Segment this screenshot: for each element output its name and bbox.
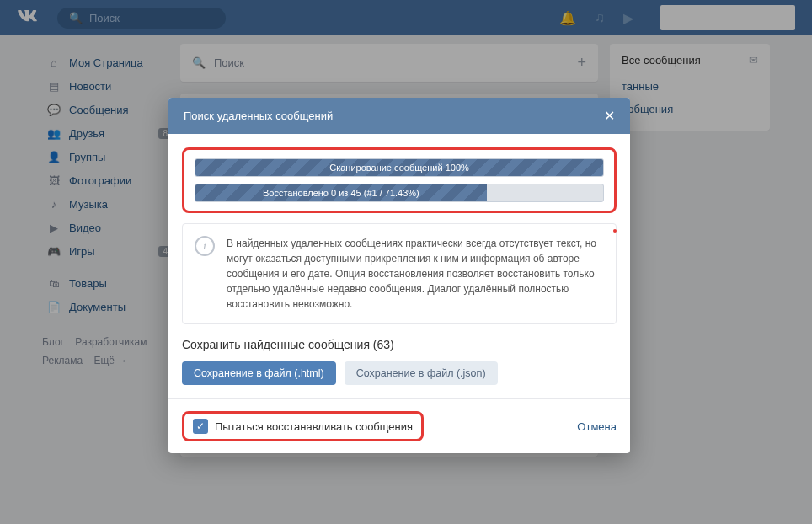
save-buttons: Сохранение в файл (.html) Сохранение в ф…	[182, 361, 617, 385]
deleted-messages-modal: Поиск удаленных сообщений ✕ Сканирование…	[168, 98, 630, 453]
modal-title: Поиск удаленных сообщений	[184, 110, 333, 122]
cancel-button[interactable]: Отмена	[577, 420, 617, 433]
save-title: Сохранить найденные сообщения (63)	[182, 338, 617, 351]
info-box: i В найденных удаленных сообщениях практ…	[182, 223, 617, 324]
restore-checkbox-wrap[interactable]: ✓ Пытаться восстанавливать сообщения	[182, 411, 424, 441]
red-dot-marker	[613, 229, 617, 233]
restore-progress: Восстановлено 0 из 45 (#1 / 71.43%)	[195, 184, 604, 202]
checkbox-label: Пытаться восстанавливать сообщения	[215, 420, 413, 433]
scan-progress-label: Сканирование сообщений 100%	[329, 163, 469, 173]
close-icon[interactable]: ✕	[604, 108, 615, 124]
save-json-button[interactable]: Сохранение в файл (.json)	[345, 361, 498, 385]
restore-progress-label: Восстановлено 0 из 45 (#1 / 71.43%)	[263, 188, 419, 198]
modal-header: Поиск удаленных сообщений ✕	[168, 98, 630, 134]
info-icon: i	[195, 236, 215, 256]
checkbox-checked-icon: ✓	[193, 419, 208, 434]
scan-progress: Сканирование сообщений 100%	[195, 158, 604, 177]
info-text: В найденных удаленных сообщениях практич…	[227, 238, 596, 310]
modal-footer: ✓ Пытаться восстанавливать сообщения Отм…	[168, 398, 630, 453]
progress-highlight: Сканирование сообщений 100% Восстановлен…	[182, 147, 617, 213]
save-html-button[interactable]: Сохранение в файл (.html)	[182, 361, 336, 385]
